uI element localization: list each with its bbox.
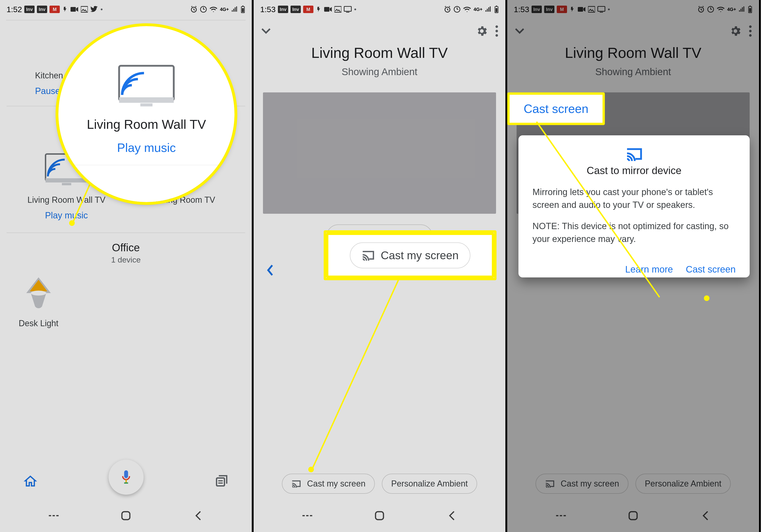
home-nav-button[interactable]	[361, 509, 398, 523]
alarm-icon	[190, 6, 198, 13]
device-tile-desk-light[interactable]: Desk Light	[19, 276, 58, 328]
chip-label: Personalize Ambient	[391, 479, 468, 489]
app-badge-icon: Inv	[291, 6, 301, 13]
callout-magnifier: Living Room Wall TV Play music	[58, 26, 235, 202]
gmail-icon: M	[557, 6, 567, 13]
more-notifications-icon: •	[354, 6, 356, 13]
recents-nav-button[interactable]	[542, 509, 580, 523]
home-nav-button[interactable]	[615, 509, 652, 523]
dialog-body-1: Mirroring lets you cast your phone's or …	[532, 186, 736, 211]
chip-label: Cast my screen	[381, 249, 458, 262]
svg-point-12	[31, 291, 46, 296]
home-tab-icon[interactable]	[23, 475, 37, 489]
app-badge-icon: Inv	[24, 6, 35, 13]
home-nav-button[interactable]	[107, 509, 144, 523]
cast-my-screen-chip-highlighted[interactable]: Cast my screen	[350, 242, 470, 268]
settings-gear-icon[interactable]	[729, 25, 742, 38]
room-title: Office	[0, 241, 252, 254]
cast-my-screen-chip-bottom[interactable]: Cast my screen	[535, 474, 629, 494]
data-saver-icon	[707, 6, 714, 13]
light-bulb-icon	[21, 276, 56, 311]
device-top-app-bar	[507, 19, 759, 44]
battery-icon	[241, 6, 245, 13]
svg-rect-41	[578, 7, 583, 12]
wifi-icon	[209, 6, 218, 13]
phone-screen-3: 1:53 Inv Inv M • 4G+ Living Room Wall TV…	[507, 0, 761, 532]
twitter-icon	[90, 6, 98, 13]
svg-rect-48	[749, 8, 751, 12]
recents-nav-button[interactable]	[35, 509, 72, 523]
signal-icon	[485, 6, 492, 12]
svg-rect-28	[344, 6, 352, 11]
cast-icon	[291, 480, 301, 488]
app-badge-icon: Inv	[531, 6, 542, 13]
svg-rect-7	[45, 178, 87, 182]
bolt-icon	[62, 5, 68, 13]
app-badge-icon: Inv	[278, 6, 288, 13]
device-title: Living Room Wall TV	[507, 44, 759, 61]
cast-my-screen-chip-bottom[interactable]: Cast my screen	[282, 474, 375, 494]
app-bottom-nav	[0, 464, 252, 499]
svg-rect-26	[324, 7, 330, 12]
svg-rect-24	[119, 97, 174, 103]
back-nav-button[interactable]	[179, 509, 217, 523]
svg-rect-47	[749, 6, 751, 7]
page-prev-icon[interactable]	[267, 264, 274, 277]
cast-screen-button[interactable]: Cast screen	[686, 264, 736, 275]
signal-icon	[738, 6, 745, 12]
chip-label: Cast my screen	[307, 479, 366, 489]
personalize-ambient-chip[interactable]: Personalize Ambient	[382, 474, 477, 494]
svg-point-35	[495, 30, 498, 32]
status-bar: 1:52 Inv Inv M • 4G+	[0, 0, 252, 19]
svg-point-51	[749, 34, 752, 37]
device-top-app-bar	[254, 19, 505, 44]
svg-point-50	[749, 30, 752, 32]
more-notifications-icon: •	[608, 6, 610, 13]
network-type: 4G+	[220, 7, 229, 12]
status-bar: 1:53 Inv Inv M • 4G+	[507, 0, 759, 19]
chip-label: Cast my screen	[561, 479, 619, 489]
video-icon	[578, 6, 586, 13]
back-nav-button[interactable]	[687, 509, 724, 523]
svg-point-34	[495, 25, 498, 28]
chip-label: Personalize Ambient	[645, 479, 721, 489]
callout-device-title: Living Room Wall TV	[87, 117, 206, 132]
svg-rect-55	[629, 512, 637, 520]
overflow-menu-icon[interactable]	[749, 25, 752, 38]
svg-point-49	[749, 25, 752, 28]
gmail-icon: M	[49, 6, 60, 13]
bolt-icon	[569, 5, 576, 13]
voice-assistant-fab[interactable]	[109, 460, 143, 495]
svg-rect-33	[495, 8, 497, 12]
app-badge-icon: Inv	[37, 6, 47, 13]
callout-device-action[interactable]: Play music	[117, 141, 175, 155]
back-nav-button[interactable]	[433, 509, 470, 523]
personalize-ambient-chip[interactable]: Personalize Ambient	[636, 474, 731, 494]
network-type: 4G+	[474, 7, 482, 12]
android-nav-bar	[0, 499, 252, 532]
device-tile-action[interactable]: Play music	[17, 210, 115, 221]
video-icon	[324, 6, 332, 13]
svg-rect-5	[242, 8, 244, 12]
battery-icon	[494, 6, 499, 13]
tv-cast-icon	[116, 63, 177, 109]
settings-gear-icon[interactable]	[475, 25, 488, 38]
picture-icon	[81, 6, 88, 13]
svg-rect-22	[122, 512, 130, 520]
picture-icon	[334, 6, 341, 13]
feed-tab-icon[interactable]	[215, 475, 229, 489]
recents-nav-button[interactable]	[289, 509, 326, 523]
app-badge-icon: Inv	[544, 6, 554, 13]
dialog-title: Cast to mirror device	[532, 165, 736, 176]
gmail-icon: M	[303, 6, 313, 13]
android-nav-bar	[507, 499, 759, 532]
collapse-icon[interactable]	[514, 28, 525, 35]
collapse-icon[interactable]	[261, 28, 271, 35]
learn-more-button[interactable]: Learn more	[625, 264, 673, 275]
cast-screen-highlight-label: Cast screen	[523, 102, 588, 116]
android-nav-bar	[254, 499, 505, 532]
monitor-icon	[344, 6, 352, 13]
svg-rect-43	[598, 6, 605, 11]
overflow-menu-icon[interactable]	[495, 25, 498, 38]
status-time: 1:53	[260, 5, 276, 14]
